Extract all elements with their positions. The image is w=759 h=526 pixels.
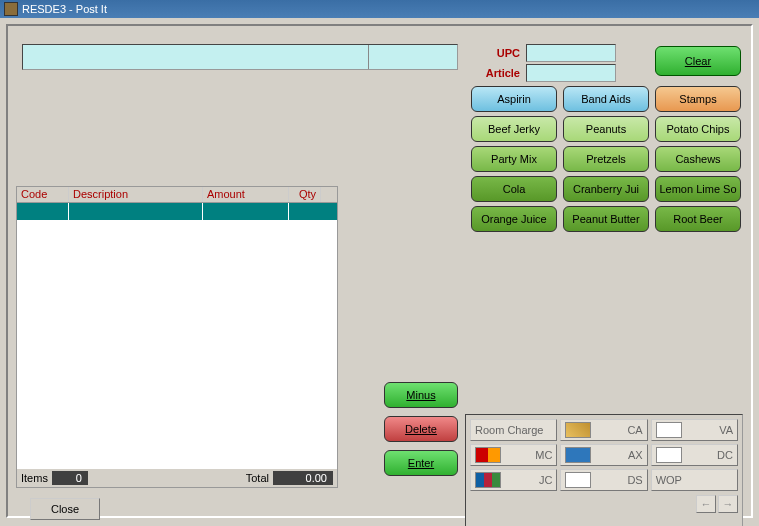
product-button-pretzels[interactable]: Pretzels: [563, 146, 649, 172]
item-table: Code Description Amount Qty Items 0 Tota…: [16, 186, 338, 488]
items-label: Items: [21, 472, 48, 484]
dc-icon: [656, 447, 682, 463]
product-button-root-beer[interactable]: Root Beer: [655, 206, 741, 232]
product-button-beef-jerky[interactable]: Beef Jerky: [471, 116, 557, 142]
table-row[interactable]: [17, 203, 337, 221]
payment-next-button[interactable]: →: [718, 495, 738, 513]
product-button-cranberry-jui[interactable]: Cranberry Jui: [563, 176, 649, 202]
ds-icon: [565, 472, 591, 488]
product-button-lemon-lime-so[interactable]: Lemon Lime So: [655, 176, 741, 202]
table-footer: Items 0 Total 0.00: [17, 469, 337, 487]
clear-button[interactable]: Clear: [655, 46, 741, 76]
payment-cell-jc[interactable]: JC: [470, 469, 557, 491]
total-label: Total: [246, 472, 269, 484]
product-button-party-mix[interactable]: Party Mix: [471, 146, 557, 172]
product-button-cashews[interactable]: Cashews: [655, 146, 741, 172]
payment-cell-ca[interactable]: CA: [560, 419, 647, 441]
upc-input[interactable]: [526, 44, 616, 62]
minus-button[interactable]: Minus: [384, 382, 458, 408]
col-desc[interactable]: Description: [69, 187, 203, 202]
payment-cell-va[interactable]: VA: [651, 419, 738, 441]
cash-icon: [565, 422, 591, 438]
window-titlebar: RESDE3 - Post It: [0, 0, 759, 18]
display-seg-main: [23, 45, 369, 69]
product-button-peanut-butter[interactable]: Peanut Butter: [563, 206, 649, 232]
app-icon: [4, 2, 18, 16]
product-button-potato-chips[interactable]: Potato Chips: [655, 116, 741, 142]
total-value: 0.00: [273, 471, 333, 485]
payment-cell-dc[interactable]: DC: [651, 444, 738, 466]
product-button-stamps[interactable]: Stamps: [655, 86, 741, 112]
table-header: Code Description Amount Qty: [17, 187, 337, 203]
payment-cell-room-charge[interactable]: Room Charge: [470, 419, 557, 441]
payment-prev-button[interactable]: ←: [696, 495, 716, 513]
jcb-icon: [475, 472, 501, 488]
col-code[interactable]: Code: [17, 187, 69, 202]
col-qty[interactable]: Qty: [289, 187, 321, 202]
product-button-orange-juice[interactable]: Orange Juice: [471, 206, 557, 232]
mc-icon: [475, 447, 501, 463]
display-seg-aux: [369, 45, 457, 69]
product-grid: AspirinBand AidsStampsBeef JerkyPeanutsP…: [471, 86, 741, 232]
payment-cell-ds[interactable]: DS: [560, 469, 647, 491]
article-label: Article: [472, 67, 520, 79]
article-input[interactable]: [526, 64, 616, 82]
payment-cell-wop[interactable]: WOP: [651, 469, 738, 491]
product-button-band-aids[interactable]: Band Aids: [563, 86, 649, 112]
product-button-aspirin[interactable]: Aspirin: [471, 86, 557, 112]
window-title: RESDE3 - Post It: [22, 3, 107, 15]
delete-button[interactable]: Delete: [384, 416, 458, 442]
table-body[interactable]: [17, 203, 337, 469]
upc-label: UPC: [472, 47, 520, 59]
visa-icon: [656, 422, 682, 438]
payment-cell-mc[interactable]: MC: [470, 444, 557, 466]
ax-icon: [565, 447, 591, 463]
enter-button[interactable]: Enter: [384, 450, 458, 476]
payment-cell-ax[interactable]: AX: [560, 444, 647, 466]
display-bar: [22, 44, 458, 70]
payment-panel: Room ChargeCAVAMCAXDCJCDSWOP ← →: [465, 414, 743, 526]
close-button[interactable]: Close: [30, 498, 100, 520]
product-button-cola[interactable]: Cola: [471, 176, 557, 202]
product-button-peanuts[interactable]: Peanuts: [563, 116, 649, 142]
col-amount[interactable]: Amount: [203, 187, 289, 202]
items-value: 0: [52, 471, 88, 485]
